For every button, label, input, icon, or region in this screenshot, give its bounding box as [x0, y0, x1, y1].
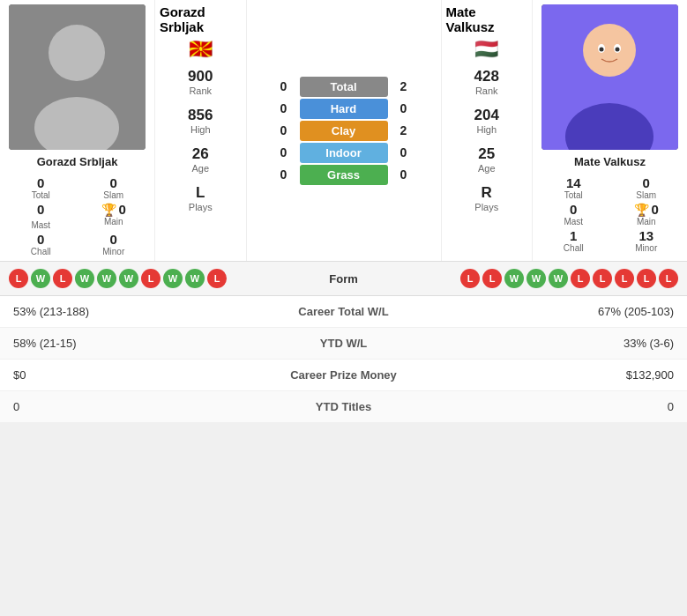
stat-left: 58% (21-15) — [13, 337, 256, 350]
court-clay-left: 0 — [275, 123, 293, 137]
form-badge: L — [9, 269, 28, 288]
court-clay-right: 2 — [395, 123, 413, 137]
stat-center: YTD Titles — [256, 400, 432, 413]
left-main: 🏆 0 Main — [82, 202, 146, 230]
player-right: Mate Valkusz 14 Total 0 Slam 0 Mast 🏆 — [533, 0, 687, 261]
svg-point-6 — [587, 28, 631, 72]
form-badge: L — [637, 269, 656, 288]
svg-point-10 — [616, 48, 620, 52]
left-age-block: 26 Age — [191, 145, 209, 174]
right-main: 🏆 0 Main — [615, 202, 679, 226]
court-hard-label: Hard — [300, 99, 388, 119]
court-indoor-label: Indoor — [300, 143, 388, 163]
right-player-name-center: Mate Valkusz — [446, 4, 528, 34]
form-badge: W — [163, 269, 183, 288]
form-badge: W — [75, 269, 94, 288]
court-total-label: Total — [300, 77, 388, 97]
stats-row: 53% (213-188) Career Total W/L 67% (205-… — [0, 296, 687, 328]
right-total: 14 Total — [541, 175, 606, 200]
main-container: Gorazd Srbljak 0 Total 0 Slam 0 Mast 🏆 — [0, 0, 687, 423]
court-hard-right: 0 — [395, 101, 413, 115]
form-label: Form — [300, 272, 388, 286]
stat-left: $0 — [13, 368, 256, 382]
form-badge: W — [185, 269, 205, 288]
left-rank-block: 900 Rank — [188, 68, 213, 96]
top-section: Gorazd Srbljak 0 Total 0 Slam 0 Mast 🏆 — [0, 0, 687, 261]
player-left-name: Gorazd Srbljak — [37, 155, 118, 168]
left-total: 0 Total — [9, 175, 73, 200]
form-section: LWLWWWLWWL Form LLWWWLLLLL — [0, 261, 687, 296]
right-center-stats: Mate Valkusz 🇭🇺 428 Rank 204 High 25 Age… — [441, 0, 534, 261]
right-minor: 13 Minor — [615, 228, 679, 253]
trophy-icon-left: 🏆 — [101, 203, 116, 217]
left-slam: 0 Slam — [82, 175, 146, 200]
left-minor: 0 Minor — [82, 232, 146, 256]
left-player-name-center: Gorazd Srbljak — [160, 4, 242, 34]
stats-row: 0 YTD Titles 0 — [0, 391, 687, 423]
right-mast: 0 Mast — [541, 202, 606, 226]
right-plays-block: R Plays — [474, 184, 498, 212]
form-badge: W — [31, 269, 50, 288]
stat-right: $132,900 — [432, 368, 675, 382]
court-total-row: 0 Total 2 — [251, 77, 437, 97]
court-hard-row: 0 Hard 0 — [251, 99, 437, 119]
left-form-badges: LWLWWWLWWL — [9, 269, 300, 288]
trophy-icon-right: 🏆 — [634, 203, 649, 217]
right-slam: 0 Slam — [615, 175, 679, 200]
stats-row: $0 Career Prize Money $132,900 — [0, 360, 687, 391]
court-hard-left: 0 — [275, 101, 293, 115]
form-badge: L — [460, 269, 480, 288]
stat-left: 53% (213-188) — [13, 305, 256, 318]
court-grass-right: 0 — [395, 167, 413, 182]
form-badge: L — [482, 269, 502, 288]
left-plays-block: L Plays — [189, 184, 213, 212]
left-chall: 0 Chall — [9, 232, 73, 256]
form-badge: W — [97, 269, 116, 288]
form-badge: L — [141, 269, 161, 288]
player-left-stats: 0 Total 0 Slam 0 Mast 🏆 0 Main — [9, 175, 146, 256]
stat-right: 67% (205-103) — [432, 305, 675, 318]
stat-center: Career Total W/L — [256, 305, 432, 318]
form-badge: W — [119, 269, 138, 288]
player-left: Gorazd Srbljak 0 Total 0 Slam 0 Mast 🏆 — [0, 0, 154, 261]
left-mast: 0 Mast — [9, 202, 73, 230]
right-age-block: 25 Age — [478, 145, 496, 174]
court-grass-left: 0 — [275, 167, 293, 182]
court-indoor-left: 0 — [275, 145, 293, 160]
left-flag: 🇲🇰 — [189, 38, 213, 61]
stat-right: 0 — [432, 400, 675, 413]
court-clay-row: 0 Clay 2 — [251, 121, 437, 141]
form-badge: L — [659, 269, 678, 288]
form-badge: L — [207, 269, 227, 288]
court-total-left: 0 — [275, 79, 293, 93]
courts-section: 0 Total 2 0 Hard 0 0 Clay 2 0 Indoor 0 — [247, 0, 441, 261]
player-left-photo — [9, 4, 146, 150]
player-right-photo — [541, 4, 678, 150]
svg-point-9 — [600, 48, 604, 52]
stat-center: YTD W/L — [256, 337, 432, 350]
form-badge: W — [526, 269, 546, 288]
form-badge: L — [571, 269, 590, 288]
left-center-stats: Gorazd Srbljak 🇲🇰 900 Rank 856 High 26 A… — [154, 0, 247, 261]
player-right-stats: 14 Total 0 Slam 0 Mast 🏆 0 Main — [541, 175, 678, 253]
stat-center: Career Prize Money — [256, 368, 432, 382]
stats-rows: 53% (213-188) Career Total W/L 67% (205-… — [0, 296, 687, 423]
court-grass-row: 0 Grass 0 — [251, 165, 437, 185]
court-grass-label: Grass — [300, 165, 388, 185]
stat-right: 33% (3-6) — [432, 337, 675, 350]
court-total-right: 2 — [395, 79, 413, 93]
left-high-block: 856 High — [188, 107, 213, 135]
svg-point-1 — [49, 25, 105, 81]
right-rank-block: 428 Rank — [474, 68, 499, 96]
form-badge: W — [504, 269, 524, 288]
form-badge: W — [549, 269, 568, 288]
court-indoor-right: 0 — [395, 145, 413, 160]
stat-left: 0 — [13, 400, 256, 413]
form-badge: L — [593, 269, 612, 288]
court-clay-label: Clay — [300, 121, 388, 141]
stats-row: 58% (21-15) YTD W/L 33% (3-6) — [0, 328, 687, 360]
form-badge: L — [615, 269, 634, 288]
court-indoor-row: 0 Indoor 0 — [251, 143, 437, 163]
right-form-badges: LLWWWLLLLL — [388, 269, 679, 288]
right-high-block: 204 High — [474, 107, 499, 135]
